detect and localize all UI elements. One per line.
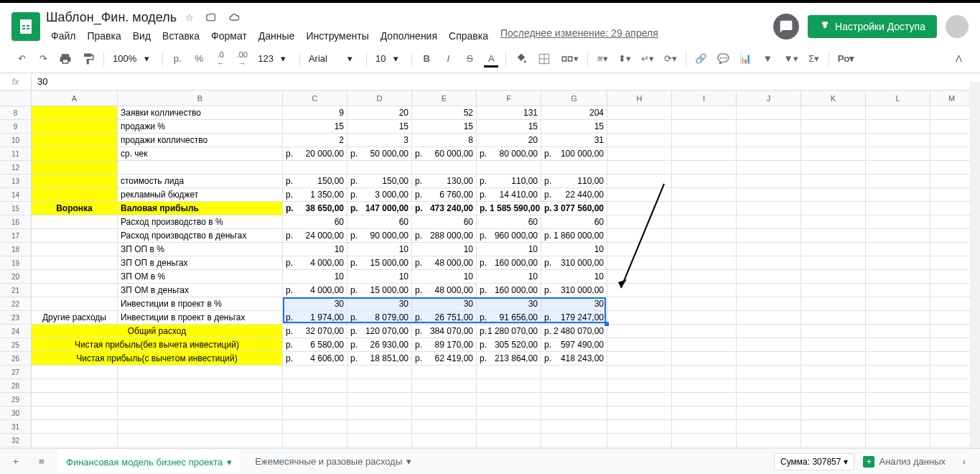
row-header[interactable]: 8 bbox=[0, 106, 32, 120]
cell[interactable] bbox=[930, 188, 974, 202]
rotate-icon[interactable]: ⟳▾ bbox=[660, 49, 681, 69]
col-header-F[interactable]: F bbox=[477, 90, 541, 106]
cell[interactable] bbox=[930, 338, 974, 352]
cell[interactable] bbox=[801, 161, 866, 175]
cell[interactable] bbox=[283, 420, 347, 434]
cell[interactable]: р.1 860 000,00 bbox=[541, 229, 607, 243]
cell[interactable] bbox=[32, 120, 118, 134]
redo-icon[interactable]: ↷ bbox=[33, 49, 53, 69]
cell[interactable]: р. 48 000,00 bbox=[412, 284, 477, 297]
cell[interactable] bbox=[930, 366, 974, 379]
cell[interactable] bbox=[607, 243, 672, 256]
cell[interactable]: р. 213 864,00 bbox=[477, 352, 541, 366]
row-header[interactable]: 10 bbox=[0, 134, 32, 147]
menu-data[interactable]: Данные bbox=[253, 27, 300, 45]
menu-tools[interactable]: Инструменты bbox=[301, 27, 373, 45]
cell[interactable] bbox=[283, 406, 347, 420]
cell[interactable] bbox=[477, 379, 541, 393]
filter-views-icon[interactable]: ▼▾ bbox=[779, 49, 802, 69]
cell[interactable] bbox=[672, 175, 737, 188]
cell[interactable] bbox=[866, 352, 930, 366]
cell[interactable] bbox=[672, 325, 737, 338]
cell[interactable] bbox=[607, 106, 672, 120]
cell[interactable] bbox=[541, 434, 607, 447]
cell[interactable] bbox=[801, 406, 866, 420]
cell[interactable] bbox=[607, 134, 672, 147]
cell[interactable] bbox=[737, 284, 801, 297]
cell[interactable]: 20 bbox=[477, 134, 541, 147]
fill-color-icon[interactable] bbox=[510, 49, 532, 69]
cell[interactable] bbox=[930, 379, 974, 393]
borders-icon[interactable] bbox=[533, 49, 555, 69]
cell[interactable] bbox=[737, 202, 801, 215]
row-header[interactable]: 22 bbox=[0, 297, 32, 311]
cell[interactable] bbox=[607, 379, 672, 393]
cell[interactable]: Чистая прибыль(без вычета инвестиций) bbox=[32, 338, 283, 352]
comment-history-icon[interactable] bbox=[773, 14, 799, 40]
cell[interactable] bbox=[347, 366, 412, 379]
cell[interactable]: 15 bbox=[541, 120, 607, 134]
cell[interactable] bbox=[607, 325, 672, 338]
menu-help[interactable]: Справка bbox=[444, 27, 493, 45]
cell[interactable] bbox=[607, 338, 672, 352]
undo-icon[interactable]: ↶ bbox=[11, 49, 32, 69]
col-header-C[interactable]: C bbox=[283, 90, 347, 106]
cell[interactable] bbox=[930, 434, 974, 447]
col-header-G[interactable]: G bbox=[541, 90, 607, 106]
cell[interactable]: р. 3 000,00 bbox=[347, 188, 412, 202]
cell[interactable] bbox=[607, 406, 672, 420]
star-icon[interactable]: ☆ bbox=[182, 9, 197, 26]
cell[interactable] bbox=[866, 311, 930, 325]
cell[interactable]: р. 110,00 bbox=[541, 175, 607, 188]
cell[interactable]: 10 bbox=[347, 243, 412, 256]
cell[interactable] bbox=[737, 352, 801, 366]
cell[interactable]: р. 62 419,00 bbox=[412, 352, 477, 366]
cell[interactable] bbox=[672, 393, 737, 406]
cell[interactable] bbox=[930, 311, 974, 325]
cell[interactable]: р. 147 000,00 bbox=[347, 202, 412, 215]
cell[interactable] bbox=[930, 134, 974, 147]
cell[interactable] bbox=[32, 297, 118, 311]
cell[interactable] bbox=[118, 434, 283, 447]
cell[interactable] bbox=[607, 229, 672, 243]
cell[interactable] bbox=[672, 352, 737, 366]
cell[interactable] bbox=[866, 256, 930, 270]
cell[interactable]: р. 18 851,00 bbox=[347, 352, 412, 366]
cell[interactable] bbox=[801, 215, 866, 229]
cell[interactable] bbox=[737, 366, 801, 379]
cell[interactable] bbox=[866, 229, 930, 243]
cell[interactable] bbox=[672, 420, 737, 434]
cell[interactable]: р. 8 079,00 bbox=[347, 311, 412, 325]
cell[interactable] bbox=[930, 297, 974, 311]
currency-format[interactable]: р. bbox=[167, 49, 187, 69]
cell[interactable]: р. 1 585 590,00 bbox=[477, 202, 541, 215]
cell[interactable]: р. 310 000,00 bbox=[541, 256, 607, 270]
cell[interactable] bbox=[737, 243, 801, 256]
col-header-L[interactable]: L bbox=[866, 90, 930, 106]
cell[interactable]: 10 bbox=[541, 243, 607, 256]
cell[interactable]: р. 89 170,00 bbox=[412, 338, 477, 352]
cell[interactable] bbox=[32, 420, 118, 434]
cell[interactable] bbox=[737, 338, 801, 352]
cell[interactable] bbox=[930, 420, 974, 434]
cell[interactable]: р. 160 000,00 bbox=[477, 284, 541, 297]
cell[interactable]: Другие расходы bbox=[32, 311, 118, 325]
cell[interactable]: 52 bbox=[412, 106, 477, 120]
cell[interactable] bbox=[930, 243, 974, 256]
cell[interactable] bbox=[801, 175, 866, 188]
cell[interactable]: 15 bbox=[412, 120, 477, 134]
cell[interactable]: р. 310 000,00 bbox=[541, 284, 607, 297]
cell[interactable] bbox=[801, 379, 866, 393]
row-header[interactable]: 20 bbox=[0, 270, 32, 284]
cell[interactable] bbox=[607, 434, 672, 447]
cell[interactable]: Расход производство в деньгах bbox=[118, 229, 283, 243]
cell[interactable] bbox=[866, 366, 930, 379]
cell[interactable]: 10 bbox=[412, 270, 477, 284]
row-header[interactable]: 25 bbox=[0, 338, 32, 352]
cell[interactable] bbox=[866, 406, 930, 420]
cell[interactable] bbox=[930, 106, 974, 120]
cell[interactable] bbox=[32, 393, 118, 406]
cell[interactable]: р.1 280 070,00 bbox=[477, 325, 541, 338]
cell[interactable] bbox=[866, 188, 930, 202]
cell[interactable] bbox=[737, 147, 801, 161]
